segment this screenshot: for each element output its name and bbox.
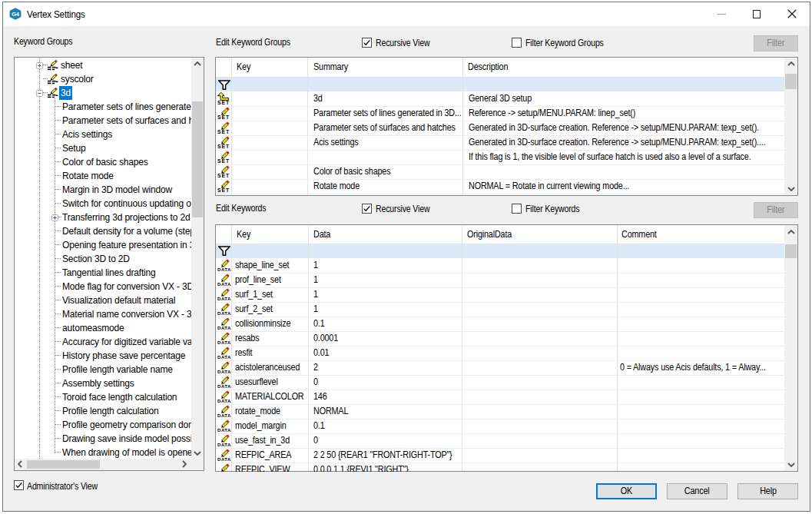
- svg-text:G4: G4: [12, 11, 20, 18]
